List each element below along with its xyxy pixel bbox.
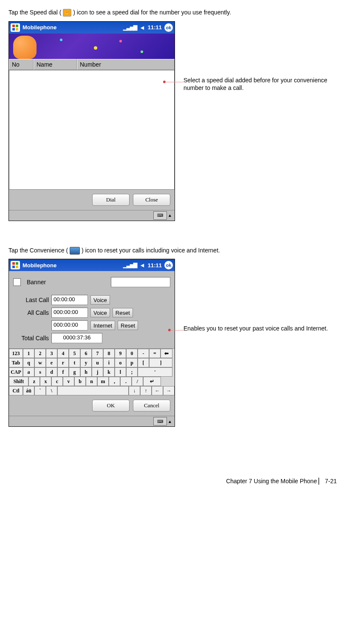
key-9[interactable]: 9	[115, 349, 126, 358]
svg-rect-1	[16, 25, 18, 27]
key-'[interactable]: '	[138, 367, 172, 377]
key-q[interactable]: q	[23, 358, 34, 367]
col-number[interactable]: Number	[77, 59, 175, 70]
key-[[interactable]: [	[138, 358, 149, 367]
key-Ctl[interactable]: Ctl	[9, 386, 23, 395]
col-name[interactable]: Name	[34, 59, 77, 70]
key-j[interactable]: j	[92, 367, 103, 377]
reset-voice-button[interactable]: Reset	[113, 308, 133, 317]
signal-icon: ▁▃▅▇	[123, 25, 137, 31]
key-n[interactable]: n	[86, 377, 97, 386]
key-↵[interactable]: ↵	[143, 377, 161, 386]
key-g[interactable]: g	[69, 367, 80, 377]
sip-bar: ⌨ ▲	[9, 210, 175, 221]
button-row: OK Cancel	[9, 395, 175, 416]
key-CAP[interactable]: CAP	[9, 367, 23, 377]
cancel-button[interactable]: Cancel	[133, 400, 170, 412]
banner-label: Banner	[27, 279, 46, 286]
ok-button[interactable]: ok	[164, 23, 173, 32]
key-h[interactable]: h	[80, 367, 92, 377]
key-u[interactable]: u	[92, 358, 103, 367]
on-screen-keyboard[interactable]: 1231234567890-=⬅ Tabqwertyuiop[] CAPasdf…	[9, 348, 175, 395]
svg-rect-0	[12, 25, 15, 27]
key-z[interactable]: z	[28, 377, 40, 386]
key-space[interactable]	[57, 386, 129, 395]
svg-rect-3	[16, 28, 18, 31]
key-7[interactable]: 7	[92, 349, 103, 358]
banner-image	[9, 34, 175, 59]
key-2[interactable]: 2	[34, 349, 46, 358]
col-no[interactable]: No	[9, 59, 34, 70]
voice-button[interactable]: Voice	[90, 295, 110, 305]
all-calls-internet-value: 000:00:00	[51, 320, 88, 330]
key-4[interactable]: 4	[57, 349, 69, 358]
close-button[interactable]: Close	[133, 194, 170, 206]
key-8[interactable]: 8	[103, 349, 115, 358]
dial-button[interactable]: Dial	[92, 194, 130, 206]
start-icon[interactable]	[11, 23, 20, 32]
key-áü[interactable]: áü	[23, 386, 34, 395]
key-0[interactable]: 0	[126, 349, 138, 358]
ok-button[interactable]: ok	[164, 261, 173, 269]
key-m[interactable]: m	[97, 377, 109, 386]
key-.[interactable]: .	[120, 377, 132, 386]
key-↓[interactable]: ↓	[129, 386, 140, 395]
key-l[interactable]: l	[115, 367, 126, 377]
last-call-label: Last Call	[13, 297, 49, 303]
keyboard-icon[interactable]: ⌨	[153, 417, 167, 426]
ok-button[interactable]: OK	[92, 400, 130, 412]
key-a[interactable]: a	[23, 367, 34, 377]
key-b[interactable]: b	[74, 377, 86, 386]
key-Shift[interactable]: Shift	[9, 377, 28, 386]
paragraph-speed-dial: Tap the Speed dial ( ) icon to see a spe…	[8, 8, 339, 17]
status-bar: Mobilephone ▁▃▅▇ ◄ 11:11 ok	[9, 259, 175, 271]
key-i[interactable]: i	[103, 358, 115, 367]
key-←[interactable]: ←	[152, 386, 163, 395]
voice-button-2[interactable]: Voice	[90, 308, 110, 317]
key-k[interactable]: k	[103, 367, 115, 377]
key-][interactable]: ]	[149, 358, 172, 367]
key-⬅[interactable]: ⬅	[161, 349, 172, 358]
keyboard-icon[interactable]: ⌨	[153, 211, 167, 220]
key-\[interactable]: \	[46, 386, 57, 395]
key-1[interactable]: 1	[23, 349, 34, 358]
form-area: Banner Last Call 00:00:00 Voice All Call…	[9, 271, 175, 348]
banner-checkbox[interactable]	[13, 278, 21, 286]
key-5[interactable]: 5	[69, 349, 80, 358]
key-p[interactable]: p	[126, 358, 138, 367]
banner-input[interactable]	[111, 277, 170, 287]
key-3[interactable]: 3	[46, 349, 57, 358]
key-y[interactable]: y	[80, 358, 92, 367]
key-,[interactable]: ,	[109, 377, 120, 386]
key-f[interactable]: f	[57, 367, 69, 377]
callout-text: Enables you to reset your past voice cal…	[183, 325, 339, 333]
key-e[interactable]: e	[46, 358, 57, 367]
key-x[interactable]: x	[40, 377, 51, 386]
text: ) icon to see a speed dial for the numbe…	[73, 9, 231, 16]
key-v[interactable]: v	[63, 377, 74, 386]
internet-button[interactable]: Internet	[90, 321, 115, 330]
key-=[interactable]: =	[149, 349, 161, 358]
speed-dial-list[interactable]	[9, 70, 175, 190]
up-arrow-icon[interactable]: ▲	[168, 419, 172, 424]
key-123[interactable]: 123	[9, 349, 23, 358]
key-o[interactable]: o	[115, 358, 126, 367]
key-t[interactable]: t	[69, 358, 80, 367]
reset-internet-button[interactable]: Reset	[118, 321, 138, 330]
start-icon[interactable]	[11, 261, 20, 269]
key-d[interactable]: d	[46, 367, 57, 377]
up-arrow-icon[interactable]: ▲	[168, 213, 172, 218]
key-r[interactable]: r	[57, 358, 69, 367]
key-/[interactable]: /	[132, 377, 143, 386]
key-;[interactable]: ;	[126, 367, 138, 377]
key-6[interactable]: 6	[80, 349, 92, 358]
key-`[interactable]: `	[34, 386, 46, 395]
key-c[interactable]: c	[51, 377, 63, 386]
key--[interactable]: -	[138, 349, 149, 358]
table-header: No Name Number	[9, 59, 175, 70]
key-↑[interactable]: ↑	[140, 386, 152, 395]
key-s[interactable]: s	[34, 367, 46, 377]
key-w[interactable]: w	[34, 358, 46, 367]
key-→[interactable]: →	[163, 386, 175, 395]
key-Tab[interactable]: Tab	[9, 358, 23, 367]
